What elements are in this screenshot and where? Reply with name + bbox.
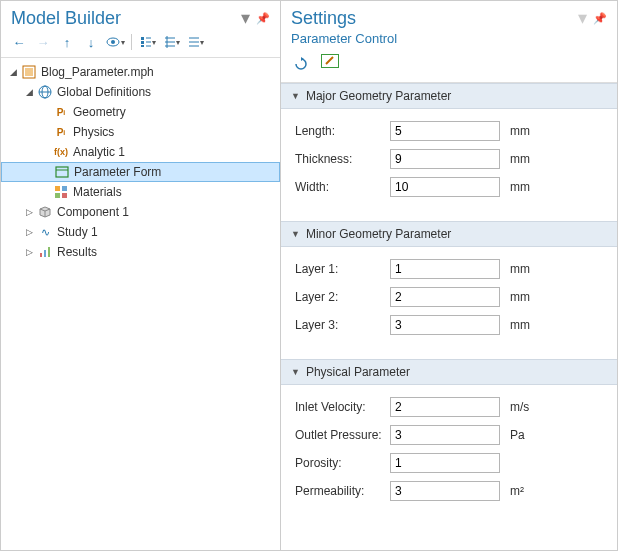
collapse-icon: ▼ (291, 367, 300, 377)
field-label: Porosity: (295, 456, 390, 470)
tree-label: Analytic 1 (73, 145, 125, 159)
expand-icon[interactable]: ▷ (23, 206, 35, 218)
svg-rect-31 (48, 247, 50, 257)
svg-rect-30 (44, 250, 46, 257)
svg-rect-24 (55, 193, 60, 198)
expand-icon[interactable]: ◢ (23, 86, 35, 98)
section-header-physical[interactable]: ▼ Physical Parameter (281, 359, 617, 385)
parameters-icon: Pi (53, 104, 69, 120)
layer1-input[interactable] (390, 259, 500, 279)
section-header-minor[interactable]: ▼ Minor Geometry Parameter (281, 221, 617, 247)
expand-icon[interactable]: ▷ (23, 246, 35, 258)
svg-rect-25 (62, 193, 67, 198)
field-unit: Pa (510, 428, 525, 442)
refresh-button[interactable] (291, 54, 311, 74)
field-label: Thickness: (295, 152, 390, 166)
pin-icon[interactable]: 📌 (256, 12, 270, 25)
nav-up-button[interactable]: ↑ (57, 33, 77, 51)
field-label: Length: (295, 124, 390, 138)
section-body-major: Length: mm Thickness: mm Width: mm (281, 109, 617, 221)
nav-back-button[interactable]: ← (9, 33, 29, 51)
panel-menu-icon[interactable]: ▾ (578, 7, 587, 29)
field-row-length: Length: mm (295, 121, 603, 141)
field-row-inlet-velocity: Inlet Velocity: m/s (295, 397, 603, 417)
porosity-input[interactable] (390, 453, 500, 473)
section-header-major[interactable]: ▼ Major Geometry Parameter (281, 83, 617, 109)
list-button[interactable]: ▾ (186, 33, 206, 51)
expand-icon[interactable]: ◢ (7, 66, 19, 78)
field-label: Width: (295, 180, 390, 194)
model-tree[interactable]: ◢ Blog_Parameter.mph ◢ Global Definition… (1, 58, 280, 550)
svg-rect-2 (141, 37, 144, 40)
svg-rect-22 (55, 186, 60, 191)
field-unit: mm (510, 124, 530, 138)
outlet-pressure-input[interactable] (390, 425, 500, 445)
field-label: Outlet Pressure: (295, 428, 390, 442)
field-label: Layer 2: (295, 290, 390, 304)
field-row-layer1: Layer 1: mm (295, 259, 603, 279)
tree-node-study1[interactable]: ▷ ∿ Study 1 (1, 222, 280, 242)
settings-subtitle: Parameter Control (281, 31, 617, 50)
collapse-icon: ▼ (291, 91, 300, 101)
section-title: Major Geometry Parameter (306, 89, 451, 103)
inlet-velocity-input[interactable] (390, 397, 500, 417)
panel-menu-icon[interactable]: ▾ (241, 7, 250, 29)
field-row-permeability: Permeability: m² (295, 481, 603, 501)
thickness-input[interactable] (390, 149, 500, 169)
field-label: Inlet Velocity: (295, 400, 390, 414)
layer2-input[interactable] (390, 287, 500, 307)
tree-node-global-definitions[interactable]: ◢ Global Definitions (1, 82, 280, 102)
show-button[interactable]: ▾ (105, 33, 125, 51)
field-label: Permeability: (295, 484, 390, 498)
tree-node-physics[interactable]: ▸ Pi Physics (1, 122, 280, 142)
tree-node-component1[interactable]: ▷ Component 1 (1, 202, 280, 222)
field-row-porosity: Porosity: (295, 453, 603, 473)
layer3-input[interactable] (390, 315, 500, 335)
tree-label: Physics (73, 125, 114, 139)
section-title: Minor Geometry Parameter (306, 227, 451, 241)
permeability-input[interactable] (390, 481, 500, 501)
results-icon (37, 244, 53, 260)
settings-toolbar (281, 50, 617, 83)
length-input[interactable] (390, 121, 500, 141)
tree-node-analytic1[interactable]: ▸ f(x) Analytic 1 (1, 142, 280, 162)
tree-node-materials[interactable]: ▸ Materials (1, 182, 280, 202)
tree-node-parameter-form[interactable]: ▸ Parameter Form (1, 162, 280, 182)
parameters-icon: Pi (53, 124, 69, 140)
tree-node-root[interactable]: ◢ Blog_Parameter.mph (1, 62, 280, 82)
tree-label: Global Definitions (57, 85, 151, 99)
tree-label: Results (57, 245, 97, 259)
field-label: Layer 1: (295, 262, 390, 276)
pin-icon[interactable]: 📌 (593, 12, 607, 25)
field-label: Layer 3: (295, 318, 390, 332)
svg-rect-16 (25, 68, 33, 76)
nav-forward-button[interactable]: → (33, 33, 53, 51)
expand-button[interactable]: ▾ (162, 33, 182, 51)
section-body-minor: Layer 1: mm Layer 2: mm Layer 3: mm (281, 247, 617, 359)
field-unit: mm (510, 180, 530, 194)
collapse-button[interactable]: ▾ (138, 33, 158, 51)
component-icon (37, 204, 53, 220)
svg-rect-20 (56, 167, 68, 177)
tree-label: Blog_Parameter.mph (41, 65, 154, 79)
settings-sections: ▼ Major Geometry Parameter Length: mm Th… (281, 83, 617, 550)
svg-rect-4 (141, 45, 144, 47)
settings-panel: Settings ▾ 📌 Parameter Control ▼ Major G… (281, 1, 617, 550)
svg-line-32 (326, 57, 333, 64)
section-title: Physical Parameter (306, 365, 410, 379)
tree-label: Parameter Form (74, 165, 161, 179)
nav-down-button[interactable]: ↓ (81, 33, 101, 51)
field-row-thickness: Thickness: mm (295, 149, 603, 169)
tree-label: Study 1 (57, 225, 98, 239)
edit-form-button[interactable] (321, 54, 339, 68)
toolbar-separator (131, 34, 132, 50)
tree-node-geometry[interactable]: ▸ Pi Geometry (1, 102, 280, 122)
field-unit: mm (510, 290, 530, 304)
tree-node-results[interactable]: ▷ Results (1, 242, 280, 262)
expand-icon[interactable]: ▷ (23, 226, 35, 238)
svg-rect-29 (40, 253, 42, 257)
width-input[interactable] (390, 177, 500, 197)
field-unit: m/s (510, 400, 529, 414)
tree-label: Geometry (73, 105, 126, 119)
model-builder-title: Model Builder (11, 8, 121, 29)
